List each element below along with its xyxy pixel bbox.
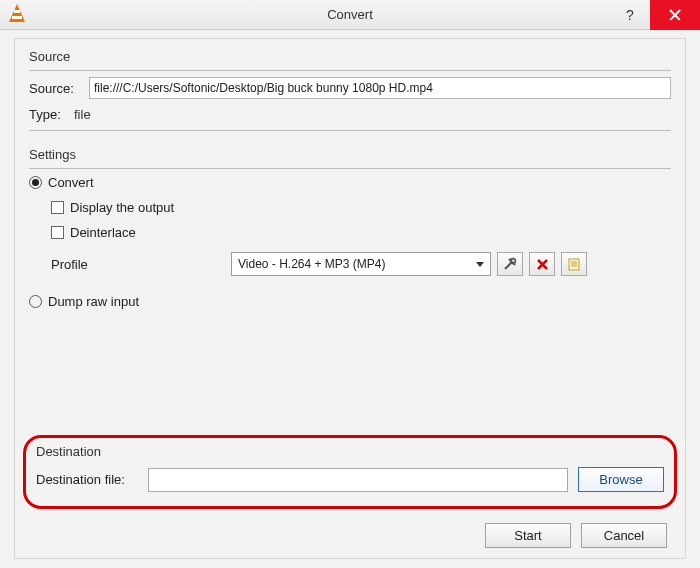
- cancel-button-label: Cancel: [604, 528, 644, 543]
- display-output-checkbox[interactable]: Display the output: [51, 200, 671, 215]
- svg-line-0: [505, 263, 511, 269]
- destination-row: Destination file: Browse: [36, 467, 664, 492]
- source-label: Source:: [29, 81, 89, 96]
- checkbox-icon: [51, 201, 64, 214]
- divider: [29, 70, 671, 71]
- checkbox-icon: [51, 226, 64, 239]
- settings-legend: Settings: [29, 147, 671, 162]
- destination-legend: Destination: [36, 444, 664, 459]
- browse-button[interactable]: Browse: [578, 467, 664, 492]
- display-output-label: Display the output: [70, 200, 174, 215]
- new-profile-button[interactable]: [561, 252, 587, 276]
- profile-combobox[interactable]: Video - H.264 + MP3 (MP4): [231, 252, 491, 276]
- start-button-label: Start: [514, 528, 541, 543]
- dialog-button-row: Start Cancel: [485, 523, 667, 548]
- type-row: Type: file: [29, 107, 671, 122]
- titlebar: Convert ?: [0, 0, 700, 30]
- deinterlace-label: Deinterlace: [70, 225, 136, 240]
- tools-icon: [502, 256, 518, 272]
- type-label: Type:: [29, 107, 74, 122]
- source-legend: Source: [29, 49, 671, 64]
- delete-icon: [536, 258, 549, 271]
- radio-icon: [29, 295, 42, 308]
- divider: [29, 130, 671, 131]
- help-button[interactable]: ?: [610, 0, 650, 30]
- dump-raw-label: Dump raw input: [48, 294, 139, 309]
- delete-profile-button[interactable]: [529, 252, 555, 276]
- profile-selected-value: Video - H.264 + MP3 (MP4): [238, 257, 386, 271]
- dump-raw-radio[interactable]: Dump raw input: [29, 294, 671, 309]
- destination-file-input[interactable]: [148, 468, 568, 492]
- divider: [29, 168, 671, 169]
- profile-row: Profile Video - H.264 + MP3 (MP4): [51, 252, 671, 276]
- help-icon: ?: [626, 7, 634, 23]
- type-value: file: [74, 107, 91, 122]
- source-row: Source:: [29, 77, 671, 99]
- source-input[interactable]: [89, 77, 671, 99]
- chevron-down-icon: [476, 262, 484, 267]
- destination-highlight: Destination Destination file: Browse: [23, 435, 677, 509]
- profile-label: Profile: [51, 257, 231, 272]
- radio-icon: [29, 176, 42, 189]
- new-profile-icon: [566, 256, 582, 272]
- cancel-button[interactable]: Cancel: [581, 523, 667, 548]
- dialog-body: Source Source: Type: file Settings Conve…: [0, 30, 700, 568]
- edit-profile-button[interactable]: [497, 252, 523, 276]
- close-icon: [669, 9, 681, 21]
- window-title: Convert: [327, 7, 373, 22]
- destination-file-label: Destination file:: [36, 472, 148, 487]
- vlc-cone-icon: [6, 4, 28, 26]
- deinterlace-checkbox[interactable]: Deinterlace: [51, 225, 671, 240]
- convert-radio[interactable]: Convert: [29, 175, 671, 190]
- browse-button-label: Browse: [599, 472, 642, 487]
- start-button[interactable]: Start: [485, 523, 571, 548]
- close-button[interactable]: [650, 0, 700, 30]
- dialog-inner: Source Source: Type: file Settings Conve…: [14, 38, 686, 559]
- convert-radio-label: Convert: [48, 175, 94, 190]
